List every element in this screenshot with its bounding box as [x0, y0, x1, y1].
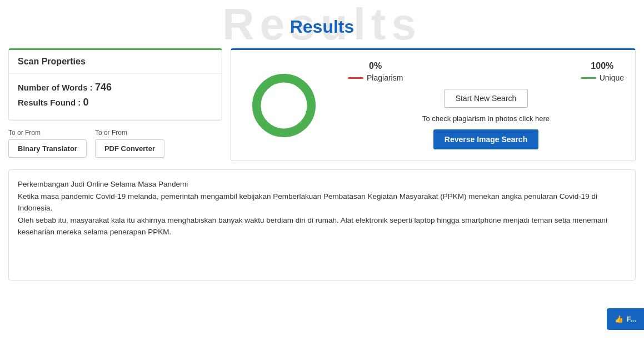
results-value: 0	[83, 97, 89, 108]
unique-label: Unique	[600, 73, 624, 82]
pdf-tool-label: To or From	[95, 129, 164, 137]
binary-translator-button[interactable]: Binary Translator	[8, 139, 87, 158]
donut-chart	[248, 69, 320, 142]
results-found-row: Results Found : 0	[18, 97, 213, 108]
plagiarism-label: Plagiarism	[367, 73, 403, 82]
page-title: Results	[11, 17, 633, 37]
plagiarism-percent: 0%	[369, 61, 382, 71]
main-container: Scan Properties Number of Words : 746 Re…	[0, 48, 644, 169]
plagiarism-label-row: Plagiarism	[348, 73, 403, 82]
check-photos-text: To check plagiarism in photos click here	[348, 114, 624, 123]
page-header: Results Results	[0, 0, 644, 48]
pdf-converter-button[interactable]: PDF Converter	[95, 139, 164, 158]
text-line-3: Oleh sebab itu, masyarakat kala itu akhi…	[18, 214, 626, 238]
unique-label-row: Unique	[581, 73, 624, 82]
svg-point-1	[257, 78, 312, 133]
words-value: 746	[95, 82, 112, 93]
right-panel: 0% Plagiarism 100% Unique Start New Sear…	[231, 48, 636, 161]
donut-area	[231, 50, 337, 161]
text-content-area[interactable]: Perkembangan Judi Online Selama Masa Pan…	[8, 169, 636, 280]
stats-area: 0% Plagiarism 100% Unique Start New Sear…	[337, 50, 635, 161]
words-label: Number of Words :	[18, 83, 93, 92]
scan-properties-heading: Scan Properties	[9, 50, 222, 74]
start-new-search-button[interactable]: Start New Search	[444, 89, 528, 108]
pdf-tool-item: To or From PDF Converter	[95, 129, 164, 158]
unique-stat: 100% Unique	[581, 61, 624, 82]
unique-percent: 100%	[591, 61, 613, 71]
percentage-row: 0% Plagiarism 100% Unique	[348, 61, 624, 82]
text-line-2: Ketika masa pandemic Covid-19 melanda, p…	[18, 190, 626, 214]
tools-row: To or From Binary Translator To or From …	[8, 129, 222, 158]
unique-legend-line	[581, 77, 596, 79]
binary-tool-label: To or From	[8, 129, 87, 137]
reverse-image-search-button[interactable]: Reverse Image Search	[433, 129, 538, 149]
scan-properties-box: Scan Properties Number of Words : 746 Re…	[8, 48, 222, 121]
text-line-1: Perkembangan Judi Online Selama Masa Pan…	[18, 178, 626, 190]
plagiarism-legend-line	[348, 77, 363, 79]
binary-tool-item: To or From Binary Translator	[8, 129, 87, 158]
results-label: Results Found :	[18, 98, 81, 107]
plagiarism-stat: 0% Plagiarism	[348, 61, 403, 82]
left-panel: Scan Properties Number of Words : 746 Re…	[8, 48, 222, 161]
scan-stats: Number of Words : 746 Results Found : 0	[9, 74, 222, 120]
words-count-row: Number of Words : 746	[18, 82, 213, 93]
